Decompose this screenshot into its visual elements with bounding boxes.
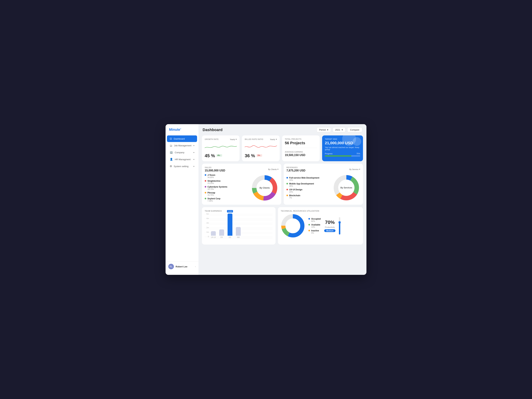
sales-card: SALES 15,000,000 USD By Clients ▾ [202, 164, 281, 205]
growth-sparkline [205, 142, 237, 151]
list-item: Plexzap15,76% [205, 191, 248, 196]
team-earnings-card: TEAM EARNINGS 5m 4m 3m 2m 1m 0 [202, 207, 276, 245]
revenues-label: REVENUES [286, 166, 305, 169]
legend-dot [308, 224, 310, 226]
page-title: Dashboard [203, 128, 315, 132]
revenues-donut: By Services [332, 174, 360, 202]
slider-fill [339, 222, 340, 234]
sales-label: SALES [205, 166, 225, 169]
list-item: J-Texon34,85% [205, 174, 248, 178]
billed-sparkline [245, 142, 277, 151]
profile-chevron-icon: › [195, 266, 196, 267]
revenues-amount: 7,875,200 USD [286, 169, 305, 172]
growth-rate-card: GROWTH RATE Yearly ▾ 45 % [202, 135, 240, 161]
list-item: Mobile App Development26% [286, 183, 330, 187]
billed-rate-label: BILLED RATE RATIO [245, 138, 263, 140]
content-area: GROWTH RATE Yearly ▾ 45 % [198, 135, 367, 275]
list-item: Inactive5% [308, 229, 321, 234]
app-container: Minute+ ⊡ Dashboard 🗂 Job Management ▾ 🏢… [165, 124, 367, 275]
legend-dot [286, 177, 288, 178]
list-item: UX-UI [211, 231, 216, 238]
growth-period-select[interactable]: Yearly ▾ [230, 138, 237, 140]
svg-point-18 [285, 219, 300, 233]
productivity-slider[interactable] [339, 215, 340, 236]
legend-dot [286, 183, 288, 184]
list-item: Occupied82% [308, 218, 321, 222]
legend-dot [286, 195, 288, 196]
avg-earning-value: 19,500,150 USD [285, 154, 317, 157]
revenues-filter[interactable]: By Service ▾ [349, 168, 360, 171]
compare-button[interactable]: Compare [347, 127, 362, 132]
total-projects-card: TOTAL PROJECTS 56 Projects AVERAGE EARNI… [282, 135, 320, 161]
sidebar-item-system[interactable]: ⚙ System setting ▾ [167, 163, 197, 170]
chevron-down-icon: ▾ [359, 168, 360, 171]
sidebar-item-hr[interactable]: 👤 HR Managment ▾ [167, 156, 197, 163]
list-item: Cyberdyne Systems18,79% [205, 186, 248, 190]
legend-dot [308, 218, 310, 220]
slider-thumb[interactable] [339, 221, 341, 223]
dashboard-icon: ⊡ [170, 137, 172, 140]
user-name: Robert Lee [176, 265, 187, 268]
legend-dot [205, 174, 206, 176]
sidebar-item-label: HR Managment [175, 158, 190, 161]
sidebar: Minute+ ⊡ Dashboard 🗂 Job Management ▾ 🏢… [165, 124, 198, 275]
progress-track [325, 155, 360, 157]
bar-chart-bars: UX-UI DX 4.42m ES [211, 211, 273, 238]
productivity-badge: Medium [324, 229, 336, 232]
legend-dot [205, 198, 206, 199]
bar-uxui [211, 231, 216, 236]
legend-dot [205, 180, 206, 182]
avatar: RL [168, 264, 174, 269]
avg-earning-label: AVERAGE EARNING [285, 151, 317, 153]
billed-rate-card: BILLED RATE RATIO Yearly ▾ 36 % [242, 135, 279, 161]
legend-dot [205, 192, 206, 193]
legend-dot [286, 189, 288, 190]
progress-bar: Progress 75% [325, 152, 360, 157]
revenues-card: REVENUES 7,875,200 USD By Service ▾ [284, 164, 363, 205]
sales-donut: By Clients [251, 174, 279, 202]
sidebar-item-company[interactable]: 🏢 Company ▾ [167, 149, 197, 156]
sidebar-item-dashboard[interactable]: ⊡ Dashboard [167, 135, 197, 142]
legend-dot [308, 230, 310, 231]
billed-value: 36 % [245, 153, 255, 158]
sidebar-nav: ⊡ Dashboard 🗂 Job Management ▾ 🏢 Company… [165, 135, 198, 261]
sidebar-item-label: System setting [174, 165, 188, 168]
chevron-down-icon: ▾ [342, 128, 343, 131]
bar-es: 4.42m [228, 214, 232, 236]
sidebar-item-label: Dashboard [174, 138, 185, 140]
progress-fill [325, 155, 351, 157]
chevron-down-icon: ▾ [193, 158, 194, 160]
util-donut [281, 214, 305, 238]
chevron-down-icon: ▾ [278, 168, 279, 171]
bar-am [236, 227, 241, 236]
sales-legend: J-Texon34,85% Singletechno23,20% Cyberdy… [205, 174, 248, 202]
bar-tooltip: 4.42m [227, 210, 233, 213]
year-select[interactable]: 2021 ▾ [333, 127, 346, 132]
chevron-down-icon: ▾ [236, 138, 237, 140]
sales-filter[interactable]: By Clients ▾ [268, 168, 279, 171]
list-item: Singletechno23,20% [205, 180, 248, 184]
revenues-legend: Full-service Web Development33% Mobile A… [286, 177, 330, 199]
sales-amount: 15,000,000 USD [205, 169, 225, 172]
topbar-controls: Period ▾ 2021 ▾ Compare [317, 127, 362, 132]
user-profile[interactable]: RL Robert Lee › [165, 261, 198, 271]
target-subtitle: Yay! we almost reached our target. Keep … [325, 146, 360, 151]
tech-utilization-card: TECHNICAL RESOURCES UTILIZATION [278, 207, 363, 245]
billed-period-select[interactable]: Yearly ▾ [270, 138, 277, 140]
growth-value: 45 % [205, 153, 215, 158]
topbar: Dashboard Period ▾ 2021 ▾ Compare [198, 124, 367, 135]
sidebar-item-job-management[interactable]: 🗂 Job Management ▾ [167, 142, 197, 149]
bar-chart: 5m 4m 3m 2m 1m 0 UX-UI [205, 214, 273, 242]
period-select[interactable]: Period ▾ [317, 127, 331, 132]
list-item: Available13% [308, 224, 321, 228]
donut-center-label: By Services [341, 186, 352, 189]
chevron-down-icon: ▾ [276, 138, 277, 140]
revenues-body: Full-service Web Development33% Mobile A… [286, 174, 360, 202]
total-projects-label: TOTAL PROJECTS [285, 138, 317, 140]
list-item: AM [236, 227, 241, 238]
chevron-down-icon: ▾ [193, 152, 194, 153]
growth-rate-label: GROWTH RATE [205, 138, 219, 140]
sidebar-item-label: Job Management [174, 144, 191, 147]
sales-body: J-Texon34,85% Singletechno23,20% Cyberdy… [205, 174, 279, 202]
billed-badge: 1% ↓ [256, 154, 262, 157]
